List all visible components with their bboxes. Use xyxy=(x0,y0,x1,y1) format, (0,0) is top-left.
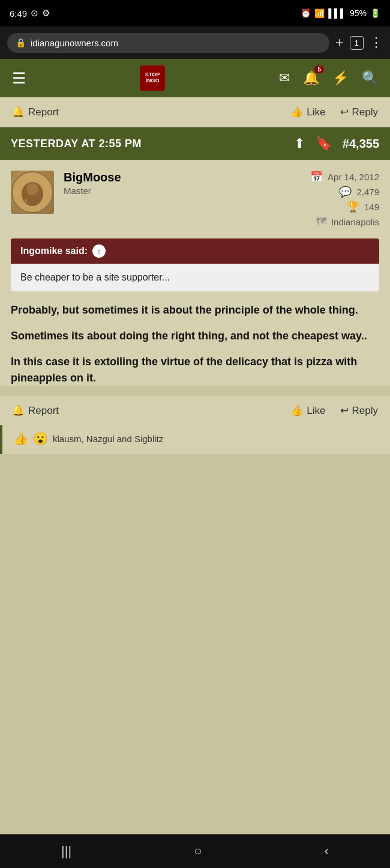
bottom-nav: ||| ○ ‹ xyxy=(0,834,390,868)
post-paragraph-3: In this case it is extolling the virtue … xyxy=(11,354,379,386)
new-tab-icon[interactable]: + xyxy=(335,34,344,51)
top-action-bar: 🔔 Report 👍 Like ↩ Reply xyxy=(0,97,390,127)
join-date-row: 📅 Apr 14, 2012 xyxy=(310,171,379,183)
back-button[interactable]: ||| xyxy=(61,843,71,859)
user-stats: 📅 Apr 14, 2012 💬 2,479 🏆 149 🗺 Indianapo… xyxy=(310,171,379,228)
lock-icon: 🔒 xyxy=(16,38,26,47)
bottom-report-label: Report xyxy=(28,405,59,417)
bottom-action-bar: 🔔 Report 👍 Like ↩ Reply xyxy=(0,396,390,425)
post-paragraph-2: Sometimes its about doing the right thin… xyxy=(11,328,379,344)
menu-dots-icon[interactable]: ⋮ xyxy=(370,35,383,50)
message-icon: 💬 xyxy=(339,186,352,198)
bottom-like-label: Like xyxy=(307,405,325,417)
trophy-icon: 🏆 xyxy=(347,201,359,213)
user-meta: BigMoose Master xyxy=(64,171,301,196)
reply-icon: ↩ xyxy=(340,106,349,118)
post-number: #4,355 xyxy=(343,137,379,151)
tab-count[interactable]: 1 xyxy=(350,36,364,50)
post-header-icons: ⬆ 🔖 #4,355 xyxy=(294,136,379,151)
quote-author: Ingomike said: xyxy=(20,246,88,256)
battery-icon: 🔋 xyxy=(370,8,380,18)
quote-up-icon[interactable]: ↑ xyxy=(92,244,106,258)
avatar: LC 08 LR xyxy=(11,171,54,214)
svg-text:08: 08 xyxy=(38,181,43,186)
time-display: 6:49 xyxy=(10,8,27,19)
settings-icon: ⚙ xyxy=(42,8,50,19)
home-button[interactable]: ○ xyxy=(194,843,202,859)
bottom-reply-button[interactable]: ↩ Reply xyxy=(340,404,378,417)
reactions-row: 👍 😮 klausm, Nazgul and Sigblitz xyxy=(0,425,390,454)
notifications-icon[interactable]: 🔔 5 xyxy=(303,70,319,86)
bottom-like-button[interactable]: 👍 Like xyxy=(290,404,325,417)
bottom-thumbs-up-icon: 👍 xyxy=(290,404,303,417)
user-title: Master xyxy=(64,186,301,196)
site-nav: ☰ STOPINGO ✉ 🔔 5 ⚡ 🔍 xyxy=(0,59,390,97)
status-left: 6:49 ⊙ ⚙ xyxy=(10,8,50,19)
status-bar: 6:49 ⊙ ⚙ ⏰ 📶 ▌▌▌ 95% 🔋 xyxy=(0,0,390,26)
bottom-reply-label: Reply xyxy=(352,405,378,417)
status-right: ⏰ 📶 ▌▌▌ 95% 🔋 xyxy=(301,8,380,18)
username: BigMoose xyxy=(64,171,301,184)
calendar-icon: 📅 xyxy=(310,171,323,183)
recents-button[interactable]: ‹ xyxy=(325,843,329,859)
user-row: LC 08 LR BigMoose Master 📅 Apr 14, 2012 … xyxy=(11,171,379,228)
bottom-bell-icon: 🔔 xyxy=(12,404,25,417)
reaction-row: 🏆 149 xyxy=(310,201,379,213)
thumbs-up-icon: 👍 xyxy=(290,106,303,118)
thumbs-up-reaction: 👍 xyxy=(13,431,28,446)
location: Indianapolis xyxy=(331,217,379,227)
screen-record-icon: ⊙ xyxy=(31,8,38,19)
notification-badge: 5 xyxy=(314,65,324,73)
share-icon[interactable]: ⬆ xyxy=(294,136,305,151)
url-text: idianagunowners.com xyxy=(31,38,118,48)
svg-text:LR: LR xyxy=(22,199,28,204)
lightning-icon[interactable]: ⚡ xyxy=(332,70,349,86)
bell-icon: 🔔 xyxy=(12,106,25,118)
wifi-icon: 📶 xyxy=(314,8,325,18)
message-count: 2,479 xyxy=(356,187,379,197)
reactors-text: klausm, Nazgul and Sigblitz xyxy=(53,434,163,444)
post-timestamp: YESTERDAY AT 2:55 PM xyxy=(11,138,142,150)
bottom-reply-icon: ↩ xyxy=(340,404,349,417)
report-label: Report xyxy=(28,106,59,118)
join-date: Apr 14, 2012 xyxy=(328,172,379,182)
post-paragraph-1: Probably, but sometimes it is about the … xyxy=(11,302,379,318)
like-button[interactable]: 👍 Like xyxy=(290,106,325,118)
bottom-report-button[interactable]: 🔔 Report xyxy=(12,404,59,417)
messages-icon[interactable]: ✉ xyxy=(279,70,290,86)
quote-body: Be cheaper to be a site supporter... xyxy=(11,264,379,291)
svg-point-2 xyxy=(26,183,38,195)
post-content-area: LC 08 LR BigMoose Master 📅 Apr 14, 2012 … xyxy=(0,160,390,386)
battery-display: 95% xyxy=(350,8,367,18)
site-logo[interactable]: STOPINGO xyxy=(140,65,165,91)
search-icon[interactable]: 🔍 xyxy=(362,70,378,86)
quote-block: Ingomike said: ↑ Be cheaper to be a site… xyxy=(11,238,379,291)
reaction-score: 149 xyxy=(364,202,379,212)
browser-bar: 🔒 idianagunowners.com + 1 ⋮ xyxy=(0,26,390,59)
post-header-bar: YESTERDAY AT 2:55 PM ⬆ 🔖 #4,355 xyxy=(0,127,390,160)
hamburger-icon[interactable]: ☰ xyxy=(12,69,26,88)
location-icon: 🗺 xyxy=(316,216,326,228)
url-bar[interactable]: 🔒 idianagunowners.com xyxy=(7,33,329,53)
quote-header: Ingomike said: ↑ xyxy=(11,238,379,264)
nav-icons: ✉ 🔔 5 ⚡ 🔍 xyxy=(279,70,378,86)
messages-row: 💬 2,479 xyxy=(310,186,379,198)
shocked-reaction: 😮 xyxy=(33,431,48,446)
like-label: Like xyxy=(307,106,325,118)
alarm-icon: ⏰ xyxy=(301,8,311,18)
bookmark-icon[interactable]: 🔖 xyxy=(316,136,332,151)
quote-text: Be cheaper to be a site supporter... xyxy=(20,272,170,282)
reply-label: Reply xyxy=(352,106,378,118)
avatar-image: LC 08 LR xyxy=(11,171,54,214)
report-button[interactable]: 🔔 Report xyxy=(12,106,59,118)
location-row: 🗺 Indianapolis xyxy=(310,216,379,228)
reply-button[interactable]: ↩ Reply xyxy=(340,106,378,118)
svg-text:LC: LC xyxy=(22,180,28,186)
signal-icon: ▌▌▌ xyxy=(328,8,346,18)
